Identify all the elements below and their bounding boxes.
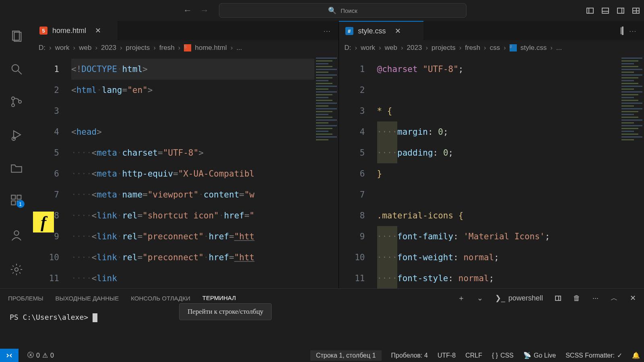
status-indentation[interactable]: Пробелов: 4 (391, 352, 428, 359)
status-notifications-icon[interactable]: 🔔 (632, 352, 640, 359)
tab-label: home.html (52, 27, 86, 35)
activity-run-debug[interactable] (6, 125, 28, 144)
layout-panel-right-icon[interactable] (617, 6, 625, 14)
html-file-icon: 5 (39, 27, 47, 35)
terminal-split-dropdown-icon[interactable]: ⌄ (477, 294, 483, 302)
breadcrumb-right[interactable]: D:›work›web›2023›projects›fresh›css›#sty… (339, 40, 644, 56)
extensions-badge: 1 (17, 200, 25, 208)
external-overlay-icon[interactable]: f (33, 212, 54, 232)
status-tooltip: Перейти к строке/столбцу (179, 303, 272, 320)
titlebar: ← → 🔍 Поиск (0, 0, 644, 21)
status-eol[interactable]: CRLF (465, 352, 482, 359)
terminal-kill-icon[interactable]: 🗑 (573, 294, 580, 302)
split-editor-icon[interactable] (622, 27, 623, 34)
terminal-new-icon[interactable]: ＋ (458, 293, 465, 303)
activity-extensions[interactable]: 1 (6, 191, 28, 210)
panel-close-icon[interactable]: ✕ (630, 294, 636, 302)
status-cursor-position[interactable]: Строка 1, столбец 1 (310, 350, 382, 361)
minimap-left[interactable] (314, 56, 339, 288)
tabs-right: # style.css ✕ ··· (339, 21, 644, 40)
layout-panel-left-icon[interactable] (586, 6, 594, 14)
status-go-live[interactable]: 📡 Go Live (523, 352, 556, 359)
tab-more-icon[interactable]: ··· (629, 27, 637, 34)
activity-bar: 1 (0, 21, 33, 288)
svg-point-13 (14, 230, 19, 235)
panel-tab-problems[interactable]: ПРОБЛЕМЫ (8, 291, 43, 306)
activity-explorer[interactable] (6, 27, 28, 45)
svg-point-5 (12, 104, 14, 107)
terminal[interactable]: PS C:\Users\alexe> Перейти к строке/стол… (0, 307, 644, 349)
activity-settings[interactable] (6, 258, 28, 280)
nav-forward-icon[interactable]: → (200, 5, 209, 16)
search-icon: 🔍 (328, 6, 336, 15)
svg-rect-10 (11, 201, 15, 205)
terminal-shell-label[interactable]: ❯_ powershell (495, 294, 543, 302)
svg-point-2 (12, 64, 19, 71)
search-placeholder: Поиск (341, 7, 357, 14)
terminal-more-icon[interactable]: ··· (592, 294, 599, 302)
status-encoding[interactable]: UTF-8 (438, 352, 456, 359)
tab-label: style.css (358, 27, 386, 35)
svg-line-3 (18, 71, 22, 74)
tab-style-css[interactable]: # style.css ✕ (339, 21, 423, 40)
editor-pane-left: 5 home.html ✕ ··· D:›work›web›2023›proje… (33, 21, 339, 288)
close-icon[interactable]: ✕ (395, 27, 401, 35)
layout-customize-icon[interactable] (632, 6, 640, 14)
tab-more-icon[interactable]: ··· (324, 27, 331, 34)
editor-pane-right: # style.css ✕ ··· D:›work›web›2023›proje… (339, 21, 644, 288)
status-scss-formatter[interactable]: SCSS Formatter: ✓ (566, 352, 622, 359)
tab-home-html[interactable]: 5 home.html ✕ (33, 21, 118, 40)
activity-search[interactable] (6, 60, 28, 78)
activity-folder[interactable] (6, 158, 28, 177)
status-bar: ⓧ0 ⚠0 Строка 1, столбец 1 Пробелов: 4 UT… (0, 349, 644, 362)
code-editor-left[interactable]: 1234567891011 <!DOCTYPE·html><html·lang=… (33, 56, 339, 288)
minimap-right[interactable] (620, 56, 644, 288)
svg-point-6 (19, 101, 21, 103)
terminal-prompt: PS C:\Users\alexe> (10, 313, 93, 321)
svg-rect-12 (17, 195, 21, 199)
code-editor-right[interactable]: 1234567891011 @charset "UTF-8"; * {····m… (339, 56, 644, 288)
svg-point-4 (12, 97, 14, 100)
status-errors[interactable]: ⓧ0 ⚠0 (27, 351, 54, 360)
svg-rect-9 (11, 195, 15, 199)
close-icon[interactable]: ✕ (95, 26, 101, 35)
nav-back-icon[interactable]: ← (183, 5, 192, 16)
warning-icon: ⚠ (42, 352, 48, 359)
error-icon: ⓧ (27, 351, 34, 360)
terminal-split-icon[interactable] (555, 296, 561, 301)
panel-tab-output[interactable]: ВЫХОДНЫЕ ДАННЫЕ (56, 291, 119, 306)
svg-point-14 (15, 267, 19, 271)
panel-maximize-icon[interactable]: ︿ (611, 293, 618, 303)
tabs-left: 5 home.html ✕ ··· (33, 21, 339, 40)
search-input[interactable]: 🔍 Поиск (219, 3, 466, 18)
css-file-icon: # (345, 27, 353, 35)
status-language[interactable]: { } CSS (492, 352, 514, 359)
bottom-panel: ПРОБЛЕМЫ ВЫХОДНЫЕ ДАННЫЕ КОНСОЛЬ ОТЛАДКИ… (0, 288, 644, 349)
breadcrumb-left[interactable]: D:›work›web›2023›projects›fresh›5home.ht… (33, 40, 339, 56)
terminal-icon: ❯_ (495, 294, 505, 302)
remote-indicator[interactable] (0, 349, 19, 362)
activity-account[interactable] (6, 224, 28, 246)
layout-panel-bottom-icon[interactable] (601, 6, 609, 14)
activity-scm[interactable] (6, 93, 28, 111)
